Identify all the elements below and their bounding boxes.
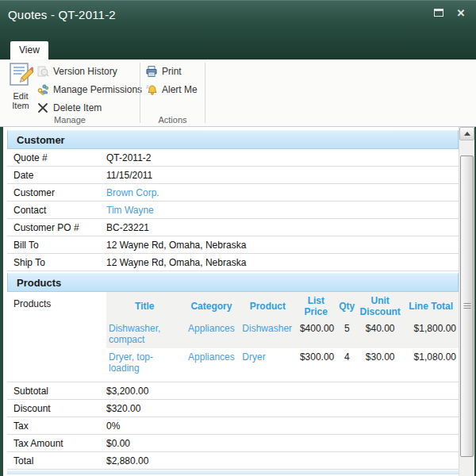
field-label: Date bbox=[7, 170, 106, 181]
actions-group-label: Actions bbox=[140, 115, 205, 125]
products-table: Title Category Product List Price Qty Un… bbox=[106, 292, 459, 377]
column-header-list-price[interactable]: List Price bbox=[295, 292, 336, 320]
print-button[interactable]: Print bbox=[145, 64, 182, 79]
ribbon: Edit Item Version History Manage Permiss… bbox=[0, 60, 476, 127]
category-link[interactable]: Appliances bbox=[188, 323, 235, 334]
close-icon: ✕ bbox=[457, 8, 466, 18]
tab-view[interactable]: View bbox=[10, 41, 48, 60]
field-value: $2,880.00 bbox=[106, 455, 459, 466]
field-row-tax: Tax 0% bbox=[7, 417, 459, 435]
next-section-header-partial bbox=[7, 470, 459, 474]
line-total-cell: $1,800.00 bbox=[403, 320, 459, 348]
dialog-title: Quotes - QT-2011-2 bbox=[8, 5, 116, 21]
column-header-unit-discount[interactable]: Unit Discount bbox=[357, 292, 403, 320]
print-label: Print bbox=[162, 66, 182, 77]
list-price-cell: $300.00 bbox=[295, 348, 336, 377]
edit-item-label-line1: Edit bbox=[6, 91, 35, 101]
field-row-subtotal: Subtotal $3,200.00 bbox=[7, 382, 459, 400]
manage-group-label: Manage bbox=[0, 115, 140, 125]
field-value: 12 Wayne Rd, Omaha, Nebraska bbox=[106, 257, 459, 268]
line-total-cell: $1,080.00 bbox=[403, 348, 459, 377]
edit-item-icon bbox=[8, 62, 33, 87]
ribbon-group-manage: Edit Item Version History Manage Permiss… bbox=[0, 60, 140, 126]
field-label: Subtotal bbox=[7, 386, 106, 397]
column-header-category[interactable]: Category bbox=[183, 292, 240, 320]
qty-cell: 5 bbox=[336, 320, 357, 348]
category-link[interactable]: Appliances bbox=[188, 351, 235, 363]
scroll-up-icon bbox=[464, 132, 470, 136]
alert-me-label: Alert Me bbox=[162, 84, 198, 95]
maximize-button[interactable] bbox=[432, 6, 446, 19]
products-table-header-row: Title Category Product List Price Qty Un… bbox=[106, 292, 459, 320]
print-icon bbox=[145, 65, 158, 78]
edit-item-label-line2: Item bbox=[6, 101, 35, 110]
ribbon-group-actions: Print Alert Me Actions bbox=[140, 60, 205, 126]
section-header-customer: Customer bbox=[7, 130, 459, 149]
section-header-products: Products bbox=[7, 273, 459, 292]
field-value: 11/15/2011 bbox=[106, 170, 459, 181]
field-row-ship-to: Ship To 12 Wayne Rd, Omaha, Nebraska bbox=[7, 254, 459, 271]
edit-item-button[interactable]: Edit Item bbox=[6, 62, 35, 114]
window-controls: ✕ bbox=[432, 6, 468, 19]
column-header-line-total[interactable]: Line Total bbox=[403, 292, 459, 320]
field-row-contact: Contact Tim Wayne bbox=[7, 202, 459, 219]
product-title-link[interactable]: Dryer, top-loading bbox=[109, 351, 153, 374]
delete-item-icon bbox=[36, 102, 49, 114]
field-row-customer: Customer Brown Corp. bbox=[7, 184, 459, 202]
delete-item-button[interactable]: Delete Item bbox=[36, 101, 102, 115]
product-link[interactable]: Dryer bbox=[242, 351, 265, 363]
scrollbar-up-button[interactable] bbox=[459, 127, 474, 140]
scrollbar-thumb[interactable] bbox=[460, 155, 474, 457]
field-value: $3,200.00 bbox=[106, 386, 459, 397]
unit-discount-cell: $30.00 bbox=[357, 348, 403, 377]
version-history-label: Version History bbox=[53, 66, 117, 77]
contact-link[interactable]: Tim Wayne bbox=[106, 205, 154, 216]
maximize-icon bbox=[434, 9, 443, 17]
customer-section-title: Customer bbox=[17, 134, 65, 146]
unit-discount-cell: $40.00 bbox=[357, 320, 403, 348]
field-label: Total bbox=[7, 455, 106, 466]
titlebar: Quotes - QT-2011-2 bbox=[0, 1, 476, 25]
field-row-date: Date 11/15/2011 bbox=[7, 167, 459, 184]
ribbon-separator bbox=[205, 63, 205, 123]
product-link[interactable]: Dishwasher bbox=[242, 323, 292, 334]
field-label: Quote # bbox=[7, 152, 106, 163]
alert-me-button[interactable]: Alert Me bbox=[145, 83, 198, 97]
list-price-cell: $400.00 bbox=[295, 320, 336, 348]
column-header-qty[interactable]: Qty bbox=[336, 292, 357, 320]
dialog-chrome: Quotes - QT-2011-2 ✕ View bbox=[0, 0, 476, 60]
field-label: Discount bbox=[7, 403, 106, 414]
field-value: 12 Wayne Rd, Omaha, Nebraska bbox=[106, 240, 459, 251]
field-row-bill-to: Bill To 12 Wayne Rd, Omaha, Nebraska bbox=[7, 236, 459, 254]
table-row: Dishwasher, compact Appliances Dishwashe… bbox=[106, 320, 459, 348]
field-row-tax-amount: Tax Amount $0.00 bbox=[7, 435, 459, 452]
delete-item-label: Delete Item bbox=[53, 102, 102, 113]
field-row-quote-number: Quote # QT-2011-2 bbox=[7, 149, 459, 167]
manage-permissions-label: Manage Permissions bbox=[53, 84, 142, 95]
column-header-title[interactable]: Title bbox=[106, 292, 183, 320]
field-value: BC-23221 bbox=[106, 222, 459, 233]
alert-me-icon bbox=[145, 83, 158, 96]
manage-permissions-icon bbox=[36, 83, 49, 96]
customer-link[interactable]: Brown Corp. bbox=[106, 187, 159, 198]
dialog-content: Customer Quote # QT-2011-2 Date 11/15/20… bbox=[0, 127, 476, 476]
vertical-scrollbar[interactable] bbox=[459, 127, 474, 476]
field-value: $0.00 bbox=[106, 438, 459, 449]
field-label: Customer PO # bbox=[7, 222, 106, 233]
field-label: Bill To bbox=[7, 240, 106, 251]
column-header-product[interactable]: Product bbox=[240, 292, 295, 320]
manage-permissions-button[interactable]: Manage Permissions bbox=[36, 83, 142, 97]
field-label: Ship To bbox=[7, 257, 106, 268]
product-title-link[interactable]: Dishwasher, compact bbox=[109, 323, 160, 345]
table-row: Dryer, top-loading Appliances Dryer $300… bbox=[106, 348, 459, 377]
close-button[interactable]: ✕ bbox=[454, 6, 468, 19]
field-row-customer-po: Customer PO # BC-23221 bbox=[7, 219, 459, 236]
field-label: Tax Amount bbox=[7, 438, 106, 449]
field-label: Customer bbox=[7, 187, 106, 198]
field-label: Products bbox=[7, 292, 106, 309]
version-history-button[interactable]: Version History bbox=[36, 64, 117, 79]
form-scroll-area: Customer Quote # QT-2011-2 Date 11/15/20… bbox=[3, 127, 459, 476]
field-row-products: Products Title Category Product List Pri… bbox=[7, 292, 459, 382]
field-value: 0% bbox=[106, 420, 459, 432]
field-label: Tax bbox=[7, 420, 106, 432]
